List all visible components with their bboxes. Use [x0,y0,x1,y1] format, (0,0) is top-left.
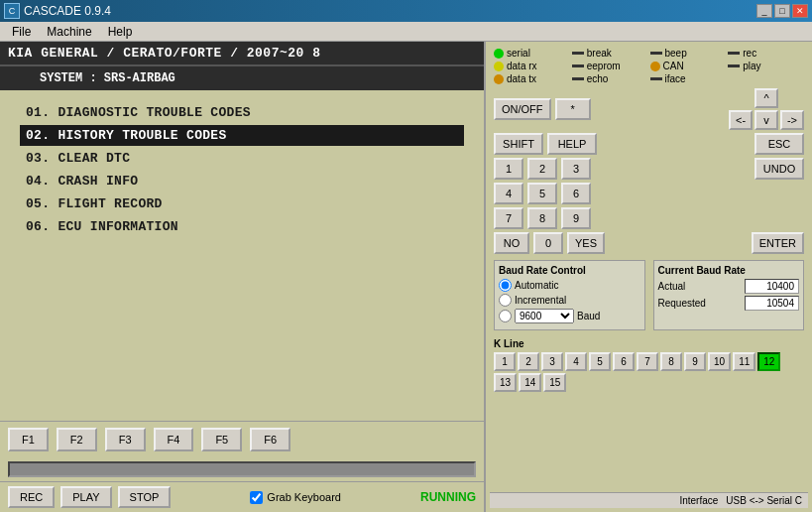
num-2-button[interactable]: 2 [527,158,557,180]
baud-unit-label: Baud [577,311,600,321]
num-1-button[interactable]: 1 [494,158,523,180]
kline-btn-8[interactable]: 8 [660,352,682,371]
asterisk-button[interactable]: * [555,98,591,120]
kline-btn-11[interactable]: 11 [733,352,755,371]
kline-btn-14[interactable]: 14 [519,373,541,392]
incremental-radio[interactable] [499,294,512,307]
undo-button[interactable]: UNDO [754,158,804,180]
rec-button[interactable]: REC [8,486,55,508]
arrow-mid-row: <- v -> [729,110,804,130]
arrow-right-button[interactable]: -> [780,110,804,130]
status-label-rec: rec [743,48,756,59]
maximize-button[interactable]: □ [774,4,790,18]
automatic-radio[interactable] [499,279,512,292]
kline-btn-9[interactable]: 9 [684,352,706,371]
on-off-button[interactable]: ON/OFF [494,98,551,120]
requested-baud-value: 10504 [745,296,799,311]
kline-btn-15[interactable]: 15 [543,373,566,392]
kline-btn-2[interactable]: 2 [518,352,539,371]
fn-key-f6[interactable]: F6 [250,428,290,451]
kline-btn-10[interactable]: 10 [708,352,731,371]
incremental-label: Incremental [515,295,566,306]
enter-button[interactable]: ENTER [752,232,804,254]
fn-key-f5[interactable]: F5 [201,428,242,451]
status-label-CAN: CAN [663,61,684,71]
kline-btn-5[interactable]: 5 [589,352,611,371]
menu-machine[interactable]: Machine [39,23,99,41]
fn-key-f4[interactable]: F4 [154,428,194,451]
shift-button[interactable]: SHIFT [494,133,543,155]
menu-item-5[interactable]: 05. FLIGHT RECORD [20,193,464,214]
menu-item-4[interactable]: 04. CRASH INFO [20,171,464,192]
automatic-label: Automatic [515,280,558,291]
fn-key-f3[interactable]: F3 [105,428,146,451]
yes-button[interactable]: YES [567,232,605,254]
kline-btn-13[interactable]: 13 [494,373,517,392]
menu-help[interactable]: Help [100,23,141,41]
menu-item-2[interactable]: 02. HISTORY TROUBLE CODES [20,125,464,146]
status-dot-CAN [650,62,660,71]
menu-item-6[interactable]: 06. ECU INFORMATION [20,216,464,237]
kline-btn-4[interactable]: 4 [565,352,587,371]
num-7-button[interactable]: 7 [494,207,523,229]
titlebar: C CASCADE 0.9.4 _ □ ✕ [0,0,812,22]
kline-btn-6[interactable]: 6 [613,352,635,371]
left-panel: KIA GENERAL / CERATO/FORTE / 2007~20 8 S… [0,42,486,512]
vehicle-title: KIA GENERAL / CERATO/FORTE / 2007~20 8 [8,46,320,61]
baud-select[interactable]: 9600 19200 38400 [515,309,574,323]
interface-label: Interface [679,495,718,506]
status-label-iface: iface [665,73,686,84]
no-button[interactable]: NO [494,232,529,254]
fn-key-f1[interactable]: F1 [8,428,49,451]
kline-btn-12[interactable]: 12 [757,352,780,371]
arrow-left-button[interactable]: <- [729,110,753,130]
status-item-beep: beep [650,48,727,59]
status-item-data-tx: data tx [494,73,570,84]
menu-item-1[interactable]: 01. DIAGNOSTIC TROUBLE CODES [20,102,464,123]
num-4-button[interactable]: 4 [494,183,523,204]
arrow-down-button[interactable]: v [754,110,778,130]
status-dot-iface [650,77,662,80]
app-icon: C [4,3,20,19]
requested-baud-row: Requested 10504 [658,296,800,311]
btn-row-4: 4 5 6 [494,183,804,204]
menu-file[interactable]: File [4,23,39,41]
num-3-button[interactable]: 3 [561,158,591,180]
titlebar-buttons: _ □ ✕ [756,4,808,18]
help-button[interactable]: HELP [547,133,597,155]
kline-buttons: 123456789101112131415 [494,352,804,392]
automatic-radio-row: Automatic [499,279,640,292]
progress-area [0,457,484,481]
content-area: 01. DIAGNOSTIC TROUBLE CODES02. HISTORY … [0,90,484,421]
status-label-data-tx: data tx [507,73,536,84]
status-dot-rec [728,52,740,55]
interface-value: USB <-> Serial C [726,495,802,506]
menu-item-3[interactable]: 03. CLEAR DTC [20,148,464,169]
action-left: REC PLAY STOP [8,486,171,508]
esc-button[interactable]: ESC [754,133,804,155]
function-keys-bar: F1F2F3F4F5F6 [0,421,484,457]
btn-row-2: SHIFT HELP ESC [494,133,804,155]
custom-baud-radio[interactable] [499,310,512,322]
num-9-button[interactable]: 9 [561,207,591,229]
minimize-button[interactable]: _ [756,4,772,18]
num-0-button[interactable]: 0 [533,232,563,254]
play-button[interactable]: PLAY [60,486,111,508]
titlebar-left: C CASCADE 0.9.4 [4,3,111,19]
close-button[interactable]: ✕ [792,4,808,18]
stop-button[interactable]: STOP [118,486,172,508]
num-6-button[interactable]: 6 [561,183,591,204]
kline-btn-7[interactable]: 7 [637,352,658,371]
arrow-up-button[interactable]: ^ [754,88,778,108]
kline-btn-1[interactable]: 1 [494,352,516,371]
status-label-beep: beep [665,48,687,59]
status-dot-beep [650,52,662,55]
num-8-button[interactable]: 8 [527,207,557,229]
grab-keyboard-checkbox[interactable] [250,491,263,504]
kline-btn-3[interactable]: 3 [541,352,563,371]
num-5-button[interactable]: 5 [527,183,557,204]
status-dot-break [572,52,584,55]
fn-key-f2[interactable]: F2 [57,428,97,451]
status-label-serial: serial [507,48,530,59]
baud-value-row: 9600 19200 38400 Baud [499,309,640,323]
